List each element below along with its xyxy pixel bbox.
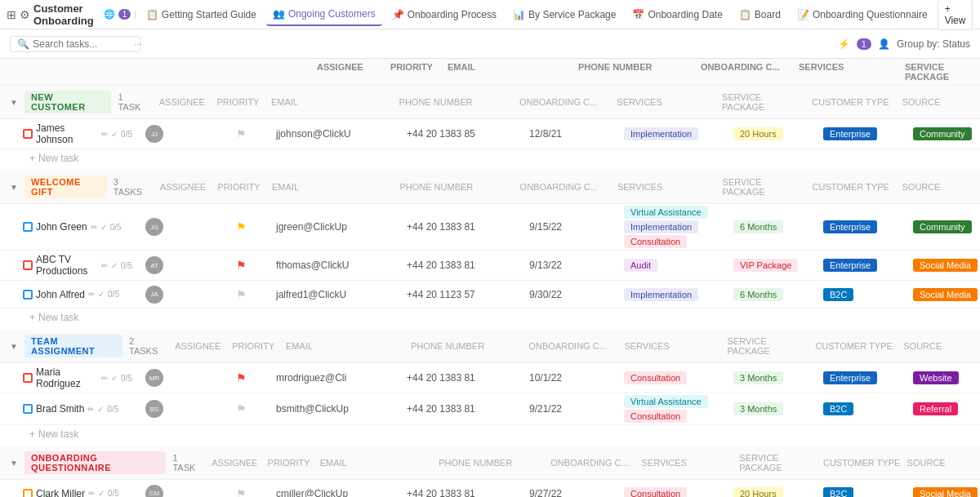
task-checkbox[interactable] [23, 290, 33, 300]
filter-icon: ⚡ [838, 38, 850, 50]
phone-cell: +44 20 1383 85 [400, 126, 523, 141]
service-badge: Consultation [624, 235, 687, 248]
section-col-email: EMAIL [286, 341, 404, 351]
source-badge: Community [913, 127, 972, 140]
notif-count: 1 [118, 9, 131, 20]
section-col-ct: CUSTOMER TYPE [823, 458, 901, 468]
task-edit-icon[interactable]: ✏ [101, 374, 108, 383]
service-package-cell: 3 Months [727, 370, 817, 386]
phone-cell: +44 20 1383 81 [400, 220, 523, 234]
task-edit-icon[interactable]: ✏ [87, 405, 94, 414]
settings-icon[interactable]: ⚙ [20, 7, 30, 23]
task-edit-icon[interactable]: ✏ [91, 223, 97, 232]
task-counter: 0/5 [107, 405, 118, 414]
view-button[interactable]: + View [938, 0, 973, 30]
section-label-onboarding-questionnaire: ONBOARDING QUESTIONNAIRE [24, 451, 167, 474]
plus-icon: + [29, 312, 35, 323]
auto-button[interactable]: Au... [976, 6, 980, 24]
task-name: John Green [36, 221, 87, 233]
search-icon: 🔍 [17, 38, 29, 50]
task-check-icon[interactable]: ✓ [111, 130, 118, 139]
section-col-ct: CUSTOMER TYPE [815, 341, 897, 351]
add-task-new-customer[interactable]: +New task [0, 149, 980, 167]
section-col-services: SERVICES [642, 458, 733, 468]
section-col-phone: PHONE NUMBER [411, 341, 522, 351]
tab-ongoing-customers[interactable]: 👥 Ongoing Customers [266, 3, 382, 26]
globe-icon[interactable]: 🌐 [104, 7, 115, 23]
section-col-services: SERVICES [617, 182, 716, 192]
section-label-new-customer: NEW CUSTOMER [24, 91, 112, 113]
section-col-priority: PRIORITY [264, 458, 313, 468]
task-checkbox[interactable] [23, 129, 33, 139]
table-row[interactable]: John Alfred ✏ ✓ 0/5 JA⚑jalfred1@ClickU+4… [0, 281, 980, 308]
search-box[interactable]: 🔍 ··· [10, 36, 140, 52]
phone-cell: +44 20 1383 81 [400, 402, 523, 416]
section-toggle-new-customer[interactable]: ▼ [10, 98, 18, 107]
tab-onboarding-questionnaire[interactable]: 📝 Onboarding Questionnaire [791, 3, 934, 26]
customer-type-cell: Enterprise [817, 370, 906, 386]
task-checkbox[interactable] [23, 404, 33, 414]
section-toggle-onboarding-questionnaire[interactable]: ▼ [10, 459, 18, 468]
section-col-sp: SERVICE PACKAGE [722, 92, 805, 112]
task-checkbox[interactable] [23, 260, 33, 270]
table-row[interactable]: John Green ✏ ✓ 0/5 JG⚑jgreen@ClickUp+44 … [0, 204, 980, 251]
col-email: EMAIL [441, 62, 572, 82]
table-row[interactable]: Clark Miller ✏ ✓ 0/5 CM⚑cmiller@ClickUp+… [0, 480, 980, 497]
section-col-assignee: ASSIGNEE [175, 341, 220, 351]
tab-onboarding-process[interactable]: 📌 Onboarding Process [385, 3, 503, 26]
task-counter: 0/5 [121, 261, 132, 270]
service-package-badge: 20 Hours [733, 487, 783, 498]
email-cell: jgreen@ClickUp [270, 220, 400, 234]
table-row[interactable]: James Johnson ✏ ✓ 0/5 JJ⚑jjohnson@ClickU… [0, 119, 980, 149]
section-col-ct: CUSTOMER TYPE [813, 182, 896, 192]
task-check-icon[interactable]: ✓ [111, 261, 118, 270]
add-task-welcome-gift[interactable]: +New task [0, 308, 980, 326]
table-row[interactable]: Maria Rodriguez ✏ ✓ 0/5 MR⚑mrodriguez@Cl… [0, 363, 980, 393]
task-checkbox[interactable] [23, 222, 33, 232]
task-edit-icon[interactable]: ✏ [88, 290, 95, 299]
section-col-priority: PRIORITY [227, 341, 279, 351]
phone-cell: +44 20 1383 81 [400, 258, 523, 273]
task-checkbox[interactable] [23, 489, 33, 498]
task-checkbox[interactable] [23, 373, 33, 383]
tab-board[interactable]: 📋 Board [733, 3, 787, 26]
main-content: ASSIGNEE PRIORITY EMAIL PHONE NUMBER ONB… [0, 59, 980, 497]
tab-getting-started[interactable]: 📋 Getting Started Guide [140, 3, 263, 26]
task-check-icon[interactable]: ✓ [98, 290, 105, 299]
tab-onboarding-date[interactable]: 📅 Onboarding Date [626, 3, 728, 26]
table-row[interactable]: ABC TV Productions ✏ ✓ 0/5 AT⚑fthomas@Cl… [0, 251, 980, 281]
task-check-icon[interactable]: ✓ [100, 223, 107, 232]
section-col-phone: PHONE NUMBER [399, 182, 513, 192]
section-toggle-welcome-gift[interactable]: ▼ [10, 183, 18, 192]
customer-type-cell: B2C [817, 286, 906, 303]
search-input[interactable] [33, 38, 131, 50]
service-package-badge: VIP Package [733, 259, 798, 272]
customer-type-badge: Enterprise [823, 371, 877, 384]
col-priority: PRIORITY [384, 62, 441, 82]
task-check-icon[interactable]: ✓ [111, 374, 118, 383]
section-col-email: EMAIL [271, 97, 393, 107]
table-row[interactable]: Brad Smith ✏ ✓ 0/5 BS⚑bsmith@ClickUp+44 … [0, 393, 980, 425]
tab-onboarding-date-icon: 📅 [632, 9, 644, 20]
email-cell: jjohnson@ClickU [270, 126, 400, 141]
tab-by-service-package[interactable]: 📊 By Service Package [506, 3, 622, 26]
task-edit-icon[interactable]: ✏ [101, 261, 108, 270]
task-name: Maria Rodriguez [36, 366, 98, 389]
grid-icon[interactable]: ⊞ [7, 7, 16, 23]
section-toggle-team-assignment[interactable]: ▼ [10, 342, 18, 351]
task-check-icon[interactable]: ✓ [98, 489, 105, 497]
priority-flag-icon: ⚑ [236, 371, 247, 384]
section-col-sp: SERVICE PACKAGE [728, 336, 809, 356]
add-task-team-assignment[interactable]: +New task [0, 425, 980, 443]
task-check-icon[interactable]: ✓ [97, 405, 104, 414]
task-counter: 0/5 [110, 223, 122, 232]
task-edit-icon[interactable]: ✏ [88, 489, 95, 497]
services-cell: Consultation [621, 486, 727, 498]
onboarding-date-cell: 10/1/22 [523, 371, 621, 385]
section-col-onboarding: ONBOARDING C... [520, 182, 611, 192]
service-package-badge: 6 Months [733, 288, 783, 301]
service-badge: Implementation [624, 127, 698, 140]
customer-type-badge: Enterprise [823, 259, 877, 272]
task-edit-icon[interactable]: ✏ [101, 130, 108, 139]
services-cell: Virtual AssistanceConsultation [621, 393, 727, 424]
